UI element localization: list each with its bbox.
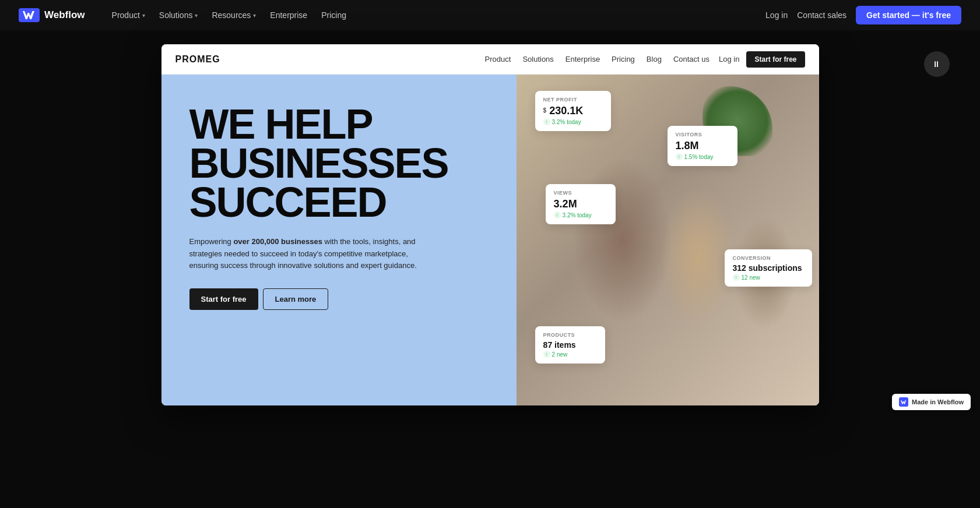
nav-item-solutions[interactable]: Solutions ▾ [153, 7, 204, 23]
webflow-nav-right: Log in Contact sales Get started — it's … [765, 6, 961, 24]
inner-nav-enterprise[interactable]: Enterprise [565, 55, 600, 63]
stat-card-conversion: CONVERSION 312 subscriptions ↑ 12 new [725, 249, 812, 287]
webflow-logo[interactable]: Webflow [19, 8, 85, 22]
login-link[interactable]: Log in [765, 10, 788, 20]
stat-value: 1.8M [676, 140, 729, 152]
inner-nav-blog[interactable]: Blog [647, 55, 662, 63]
chevron-down-icon: ▾ [253, 12, 256, 19]
stat-label: CONVERSION [733, 255, 804, 261]
inner-nav-solutions[interactable]: Solutions [522, 55, 553, 63]
webflow-nav-items: Product ▾ Solutions ▾ Resources ▾ Enterp… [106, 7, 750, 23]
inner-nav-product[interactable]: Product [485, 55, 511, 63]
up-arrow-icon: ↑ [733, 274, 740, 281]
stat-label: PRODUCTS [543, 332, 597, 338]
stat-value: 87 items [543, 340, 597, 350]
stat-change: ↑ 2 new [543, 351, 597, 358]
contact-sales-link[interactable]: Contact sales [797, 10, 846, 20]
stat-change: ↑ 12 new [733, 274, 804, 281]
hero-right: NET PROFIT $ 230.1K ↑ 3.2% today VISITOR… [517, 75, 819, 405]
hero-section: WE HELP BUSINESSES SUCCEED Empowering ov… [161, 75, 819, 405]
stat-card-net-profit: NET PROFIT $ 230.1K ↑ 3.2% today [535, 91, 611, 131]
up-arrow-icon: ↑ [543, 118, 550, 125]
chevron-down-icon: ▾ [195, 12, 198, 19]
stat-label: VISITORS [676, 132, 729, 137]
made-in-webflow-badge[interactable]: Made in Webflow [892, 394, 971, 410]
preview-card: PROMEG Product Solutions Enterprise Pric… [161, 44, 819, 405]
nav-item-pricing[interactable]: Pricing [315, 7, 352, 23]
chevron-down-icon: ▾ [142, 12, 145, 19]
webflow-nav: Webflow Product ▾ Solutions ▾ Resources … [0, 0, 980, 30]
hero-headline-text: WE HELP BUSINESSES SUCCEED [189, 105, 489, 222]
inner-nav-pricing[interactable]: Pricing [612, 55, 635, 63]
start-for-free-button[interactable]: Start for free [189, 288, 258, 310]
webflow-logo-mark [19, 8, 40, 22]
get-started-button[interactable]: Get started — it's free [856, 6, 961, 24]
stat-value: 3.2M [554, 198, 607, 210]
webflow-logo-text: Webflow [44, 9, 85, 21]
hero-headline: WE HELP BUSINESSES SUCCEED Empowering ov… [189, 105, 489, 310]
nav-item-product[interactable]: Product ▾ [106, 7, 151, 23]
nav-item-resources[interactable]: Resources ▾ [206, 7, 262, 23]
inner-login-link[interactable]: Log in [719, 55, 739, 63]
learn-more-button[interactable]: Learn more [263, 288, 329, 310]
up-arrow-icon: ↑ [543, 351, 550, 358]
preview-wrapper: ⏸ PROMEG Product Solutions Enterprise Pr… [0, 30, 980, 419]
stat-value: 312 subscriptions [733, 263, 804, 273]
stat-card-products: PRODUCTS 87 items ↑ 2 new [535, 326, 605, 364]
stat-label: NET PROFIT [543, 97, 603, 103]
inner-cta-button[interactable]: Start for free [746, 51, 805, 68]
inner-nav: PROMEG Product Solutions Enterprise Pric… [161, 44, 819, 75]
stat-change: ↑ 3.2% today [554, 211, 607, 218]
stat-change: ↑ 3.2% today [543, 118, 603, 125]
stat-card-visitors: VISITORS 1.8M ↑ 1.5% today [668, 126, 737, 166]
webflow-mini-logo [899, 397, 908, 407]
inner-logo: PROMEG [175, 54, 220, 65]
up-arrow-icon: ↑ [676, 153, 683, 160]
inner-nav-contact[interactable]: Contact us [673, 55, 709, 63]
hero-buttons: Start for free Learn more [189, 288, 489, 310]
stat-label: VIEWS [554, 190, 607, 196]
nav-item-enterprise[interactable]: Enterprise [264, 7, 313, 23]
hero-left: WE HELP BUSINESSES SUCCEED Empowering ov… [161, 75, 517, 405]
pause-button[interactable]: ⏸ [924, 51, 950, 77]
pause-icon: ⏸ [932, 59, 942, 69]
inner-nav-items: Product Solutions Enterprise Pricing Blo… [485, 55, 709, 63]
up-arrow-icon: ↑ [554, 211, 561, 218]
hero-photo: NET PROFIT $ 230.1K ↑ 3.2% today VISITOR… [517, 75, 819, 405]
stat-card-views: VIEWS 3.2M ↑ 3.2% today [546, 184, 616, 224]
stat-value: $ 230.1K [543, 105, 603, 117]
stat-change: ↑ 1.5% today [676, 153, 729, 160]
hero-subtext: Empowering over 200,000 businesses with … [189, 236, 434, 272]
